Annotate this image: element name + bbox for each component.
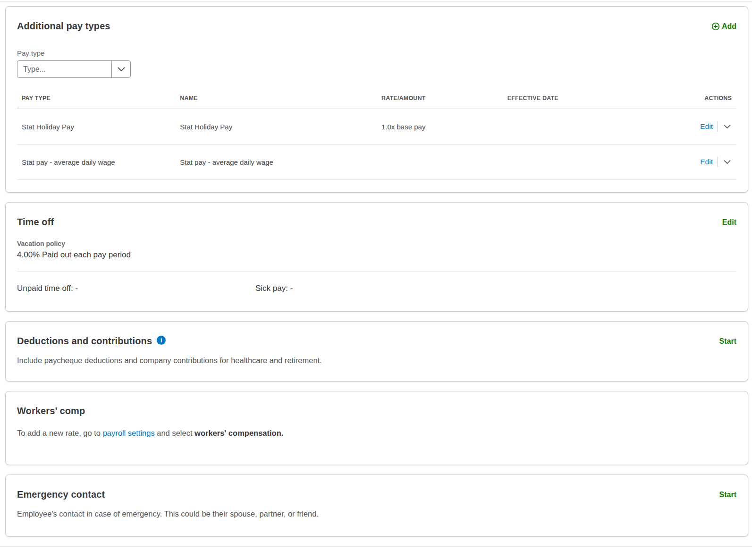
add-pay-type-button[interactable]: Add (711, 22, 736, 31)
column-header-name: NAME (175, 89, 377, 109)
action-divider (718, 157, 718, 167)
pay-type-dropdown-placeholder: Type... (17, 61, 111, 77)
cell-effective-date (503, 109, 647, 144)
table-row: Stat Holiday Pay Stat Holiday Pay 1.0x b… (17, 109, 736, 144)
row-actions-menu-button[interactable] (723, 124, 732, 130)
start-emergency-contact-button[interactable]: Start (719, 491, 736, 499)
cell-rate-amount (377, 144, 503, 180)
table-row: Stat pay - average daily wage Stat pay -… (17, 144, 736, 180)
workers-comp-text-prefix: To add a new rate, go to (17, 429, 103, 437)
chevron-down-icon (724, 125, 731, 129)
emergency-contact-card: Emergency contact Start Employee's conta… (5, 475, 748, 537)
edit-time-off-button[interactable]: Edit (722, 218, 736, 227)
emergency-contact-title: Emergency contact (17, 489, 105, 500)
row-actions-menu-button[interactable] (723, 159, 732, 165)
time-off-divider (17, 271, 736, 272)
additional-pay-types-table: PAY TYPE NAME RATE/AMOUNT EFFECTIVE DATE… (17, 89, 736, 180)
start-deductions-button[interactable]: Start (719, 337, 736, 346)
payroll-settings-link[interactable]: payroll settings (103, 429, 155, 437)
cell-pay-type: Stat Holiday Pay (17, 109, 175, 144)
workers-comp-card: Workers’ comp To add a new rate, go to p… (5, 391, 748, 465)
deductions-title-text: Deductions and contributions (17, 336, 152, 347)
cell-effective-date (503, 144, 647, 180)
vacation-policy-label: Vacation policy (17, 240, 736, 247)
action-divider (718, 121, 718, 132)
column-header-pay-type: PAY TYPE (17, 89, 175, 109)
plus-circle-icon (711, 22, 720, 31)
sick-pay-value: Sick pay: - (255, 284, 293, 293)
additional-pay-types-title: Additional pay types (17, 21, 110, 32)
workers-comp-title: Workers’ comp (17, 406, 85, 416)
unpaid-time-off-value: Unpaid time off: - (17, 284, 255, 293)
pay-type-dropdown-toggle[interactable] (111, 61, 130, 77)
deductions-description: Include paycheque deductions and company… (17, 356, 736, 381)
edit-pay-type-link[interactable]: Edit (700, 158, 713, 166)
employee-pay-settings-page: Additional pay types Add Pay type Type..… (0, 1, 752, 537)
time-off-card: Time off Edit Vacation policy 4.00% Paid… (5, 202, 748, 312)
pay-type-field-label: Pay type (17, 49, 736, 57)
table-header-row: PAY TYPE NAME RATE/AMOUNT EFFECTIVE DATE… (17, 89, 736, 109)
column-header-effective-date: EFFECTIVE DATE (503, 89, 647, 109)
deductions-contributions-card: Deductions and contributions i Start Inc… (5, 321, 748, 382)
workers-comp-description: To add a new rate, go to payroll setting… (17, 429, 736, 465)
column-header-actions: ACTIONS (646, 89, 736, 109)
bottom-divider (0, 546, 752, 547)
deductions-title: Deductions and contributions i (17, 336, 166, 347)
pay-type-dropdown[interactable]: Type... (17, 60, 131, 78)
cell-name: Stat pay - average daily wage (175, 144, 377, 180)
info-icon[interactable]: i (157, 336, 166, 345)
cell-name: Stat Holiday Pay (175, 109, 377, 144)
chevron-down-icon (724, 160, 731, 164)
additional-pay-types-card: Additional pay types Add Pay type Type..… (5, 6, 748, 193)
column-header-rate-amount: RATE/AMOUNT (377, 89, 503, 109)
vacation-policy-value: 4.00% Paid out each pay period (17, 250, 736, 260)
emergency-contact-description: Employee's contact in case of emergency.… (17, 509, 736, 536)
time-off-title: Time off (17, 217, 54, 228)
workers-comp-text-bold: workers' compensation. (194, 429, 283, 437)
workers-comp-text-middle: and select (155, 429, 194, 437)
chevron-down-icon (118, 67, 125, 72)
add-label: Add (722, 22, 736, 31)
cell-rate-amount: 1.0x base pay (377, 109, 503, 144)
cell-pay-type: Stat pay - average daily wage (17, 144, 175, 180)
edit-pay-type-link[interactable]: Edit (700, 122, 713, 131)
